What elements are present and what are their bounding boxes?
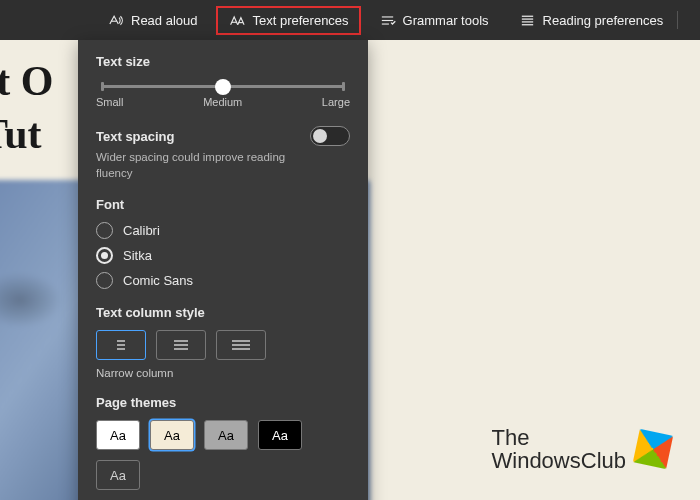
text-spacing-desc: Wider spacing could improve reading flue… xyxy=(96,150,296,181)
font-option-comic-sans[interactable]: Comic Sans xyxy=(96,272,350,289)
column-style-section: Text column style Narrow column xyxy=(96,305,350,379)
page-themes-title: Page themes xyxy=(96,395,350,410)
toolbar-grammar-tools[interactable]: Grammar tools xyxy=(367,6,501,35)
text-size-title: Text size xyxy=(96,54,350,69)
font-option-sitka[interactable]: Sitka xyxy=(96,247,350,264)
page-heading: st O Tut xyxy=(0,55,54,160)
page-theme-4[interactable]: Aa xyxy=(96,460,140,490)
watermark: The WindowsClub xyxy=(492,426,671,472)
page-themes-section: Page themes AaAaAaAaAa More themes xyxy=(96,395,350,500)
column-style-wide[interactable] xyxy=(216,330,266,360)
text-preferences-icon xyxy=(228,12,246,29)
text-preferences-panel: Text size Small Medium Large Text spacin… xyxy=(78,40,368,500)
column-style-caption: Narrow column xyxy=(96,367,350,379)
toolbar-label: Read aloud xyxy=(131,13,198,28)
slider-thumb[interactable] xyxy=(215,79,231,95)
font-option-label: Calibri xyxy=(123,223,160,238)
windows-logo-icon xyxy=(633,429,673,469)
toolbar-label: Reading preferences xyxy=(543,13,664,28)
toolbar-separator xyxy=(677,11,678,29)
text-spacing-title: Text spacing xyxy=(96,129,175,144)
text-spacing-toggle[interactable] xyxy=(310,126,350,146)
radio-icon xyxy=(96,247,113,264)
page-theme-1[interactable]: Aa xyxy=(150,420,194,450)
slider-label-small: Small xyxy=(96,96,124,108)
column-style-narrow[interactable] xyxy=(96,330,146,360)
text-size-section: Text size Small Medium Large xyxy=(96,54,350,110)
text-spacing-section: Text spacing Wider spacing could improve… xyxy=(96,126,350,181)
read-aloud-icon xyxy=(107,12,124,29)
column-style-title: Text column style xyxy=(96,305,350,320)
toolbar-reading-preferences[interactable]: Reading preferences xyxy=(507,6,676,35)
text-size-slider[interactable]: Small Medium Large xyxy=(96,79,350,110)
column-style-medium[interactable] xyxy=(156,330,206,360)
grammar-tools-icon xyxy=(379,12,396,29)
font-option-label: Sitka xyxy=(123,248,152,263)
watermark-text: The WindowsClub xyxy=(492,426,627,472)
page-theme-2[interactable]: Aa xyxy=(204,420,248,450)
slider-label-large: Large xyxy=(322,96,350,108)
page-theme-3[interactable]: Aa xyxy=(258,420,302,450)
toolbar-label: Grammar tools xyxy=(403,13,489,28)
radio-icon xyxy=(96,222,113,239)
reader-toolbar: Read aloud Text preferences Grammar tool… xyxy=(0,0,700,40)
font-option-calibri[interactable]: Calibri xyxy=(96,222,350,239)
toolbar-label: Text preferences xyxy=(253,13,349,28)
reading-preferences-icon xyxy=(519,12,536,29)
slider-label-medium: Medium xyxy=(203,96,242,108)
font-title: Font xyxy=(96,197,350,212)
radio-icon xyxy=(96,272,113,289)
toolbar-read-aloud[interactable]: Read aloud xyxy=(95,6,210,35)
page-theme-0[interactable]: Aa xyxy=(96,420,140,450)
toolbar-text-preferences[interactable]: Text preferences xyxy=(216,6,361,35)
font-section: Font Calibri Sitka Comic Sans xyxy=(96,197,350,289)
font-option-label: Comic Sans xyxy=(123,273,193,288)
